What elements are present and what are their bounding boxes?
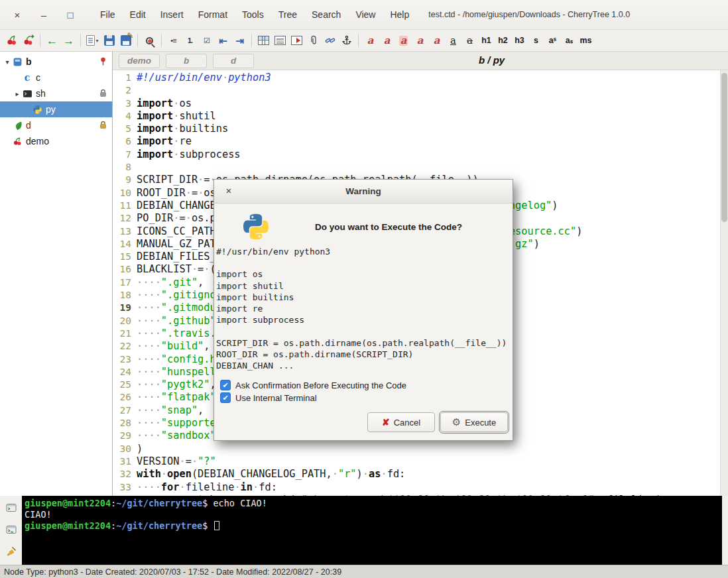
toolbar-format-bold-button[interactable]: a <box>412 32 428 49</box>
tree-node-c[interactable]: cc <box>0 70 112 86</box>
toolbar-format-clear-button[interactable]: a <box>362 32 379 49</box>
checkbox-row-0[interactable]: ✔Ask Confirmation Before Executing the C… <box>220 380 507 390</box>
tree-node-b[interactable]: ▾b <box>0 54 112 70</box>
code-text: import·subprocess <box>137 148 241 161</box>
terminal-text: CIAO! <box>25 509 52 520</box>
dialog-code-line: #!/usr/bin/env python3 <box>216 246 511 257</box>
code-text: ····"build", <box>137 340 210 353</box>
toolbar-open-recent-button[interactable]: ▾ <box>84 32 101 49</box>
tree-node-d[interactable]: d <box>0 117 112 133</box>
dialog-close-icon[interactable]: × <box>222 185 235 196</box>
terminal-restart-button[interactable] <box>5 523 18 536</box>
toolbar-insert-link-button[interactable] <box>322 32 338 49</box>
code-line: 8 <box>113 161 728 174</box>
menu-file[interactable]: File <box>93 6 123 23</box>
code-line: 7import·subprocess <box>113 148 728 161</box>
menu-insert[interactable]: Insert <box>153 6 191 23</box>
toolbar-add-node-button[interactable] <box>3 32 20 49</box>
toolbar-heading-3-button[interactable]: h3 <box>511 32 528 49</box>
code-line: 31VERSION·=·"?" <box>113 455 728 468</box>
execute-gear-icon: ⚙ <box>452 416 461 428</box>
terminal-icon <box>22 88 32 99</box>
toolbar-insert-codebox-button[interactable] <box>272 32 288 49</box>
toolbar-format-italic-button[interactable]: a <box>428 32 445 49</box>
tree-node-sh[interactable]: ▸sh <box>0 86 112 101</box>
toolbar-save-button[interactable] <box>101 32 117 49</box>
terminal-text: : <box>111 498 116 508</box>
cancel-button[interactable]: ✘ Cancel <box>367 412 435 432</box>
tree-node-label: c <box>36 72 40 83</box>
terminal-text: giuspen@mint2204 <box>25 498 111 508</box>
toolbar-save-as-button[interactable] <box>117 32 134 49</box>
heading-2-icon: h2 <box>498 36 508 45</box>
menu-tree[interactable]: Tree <box>271 6 304 23</box>
toolbar-list-numbered-button[interactable]: 1. <box>182 32 198 49</box>
list-numbered-icon: 1. <box>188 37 192 44</box>
recent-node-tab-d[interactable]: d <box>213 54 254 68</box>
expander-icon[interactable]: ▸ <box>13 90 22 97</box>
expander-icon[interactable]: ▾ <box>3 58 12 66</box>
menu-view[interactable]: View <box>348 6 383 23</box>
toolbar-attach-file-button[interactable] <box>305 32 322 49</box>
recent-node-tab-b[interactable]: b <box>166 54 207 68</box>
toolbar-list-bulleted-button[interactable]: •≡ <box>165 32 182 49</box>
menu-help[interactable]: Help <box>383 6 416 23</box>
toolbar-separator <box>137 34 138 47</box>
dialog-buttons: ✘ Cancel ⚙ Execute <box>214 406 513 440</box>
toolbar-insert-table-button[interactable] <box>255 32 272 49</box>
attach-file-icon <box>308 35 319 46</box>
toolbar-color-foreground-button[interactable]: a <box>379 32 395 49</box>
format-subscript-icon: aₛ <box>566 36 574 45</box>
toolbar-color-background-button[interactable]: a <box>395 32 412 49</box>
menu-format[interactable]: Format <box>191 6 235 23</box>
toolbar-format-small-button[interactable]: s <box>528 32 544 49</box>
window-maximize-button[interactable]: □ <box>57 9 84 21</box>
line-number: 9 <box>113 174 131 186</box>
window-close-button[interactable]: × <box>4 9 30 21</box>
checkbox-icon[interactable]: ✔ <box>220 380 231 390</box>
toolbar-heading-2-button[interactable]: h2 <box>495 32 511 49</box>
editor-scrollbar[interactable] <box>720 70 728 496</box>
toolbar-insert-anchor-button[interactable] <box>338 32 355 49</box>
toolbar-format-underline-button[interactable]: a <box>445 32 461 49</box>
toolbar-list-todo-button[interactable]: ☑ <box>198 32 215 49</box>
terminal-clear-button[interactable] <box>5 545 18 558</box>
terminal-output[interactable]: giuspen@mint2204:~/git/cherrytree$ echo … <box>22 496 722 565</box>
warning-dialog: × Warning Do you want to Execute the Cod… <box>213 179 513 441</box>
terminal-cursor <box>214 521 219 530</box>
code-line: 4import·shutil <box>113 110 728 123</box>
toolbar-find-button[interactable] <box>141 32 158 49</box>
code-text: ····for·fileline·in·fd: <box>137 481 277 494</box>
toolbar-add-subnode-button[interactable] <box>20 32 36 49</box>
toolbar-heading-1-button[interactable]: h1 <box>478 32 495 49</box>
tree-node-label: b <box>26 56 32 67</box>
checkbox-icon[interactable]: ✔ <box>220 392 231 403</box>
toolbar-go-back-button[interactable]: ← <box>44 32 60 49</box>
tree-node-py[interactable]: py <box>0 101 112 117</box>
tree-node-demo[interactable]: demo <box>0 133 112 149</box>
toolbar-format-monospace-button[interactable]: ms <box>577 32 594 49</box>
execute-button[interactable]: ⚙ Execute <box>440 412 508 432</box>
line-number: 1 <box>113 72 131 84</box>
format-clear-icon: a <box>367 36 374 46</box>
line-number: 28 <box>113 417 131 430</box>
menu-search[interactable]: Search <box>304 6 348 23</box>
toolbar-indent-less-button[interactable]: ⇤ <box>215 32 231 49</box>
toolbar-format-subscript-button[interactable]: aₛ <box>561 32 577 49</box>
toolbar-indent-more-button[interactable]: ⇥ <box>231 32 248 49</box>
menu-tools[interactable]: Tools <box>235 6 271 23</box>
toolbar-format-strikethrough-button[interactable]: a <box>461 32 478 49</box>
toolbar-go-forward-button[interactable]: → <box>60 32 77 49</box>
toolbar-execute-code-button[interactable] <box>288 32 305 49</box>
menu-edit[interactable]: Edit <box>123 6 153 23</box>
terminal-show-button[interactable] <box>5 501 18 514</box>
node-path: b / py <box>479 54 505 66</box>
checkbox-row-1[interactable]: ✔Use Internal Terminal <box>220 392 507 403</box>
color-background-icon: a <box>399 36 408 46</box>
go-forward-icon: → <box>63 35 74 46</box>
scrollbar-thumb[interactable] <box>721 73 727 222</box>
open-recent-caret-icon: ▾ <box>95 38 98 44</box>
recent-node-tab-demo[interactable]: demo <box>119 54 160 68</box>
window-minimize-button[interactable]: – <box>30 9 57 21</box>
toolbar-format-superscript-button[interactable]: aˢ <box>544 32 561 49</box>
